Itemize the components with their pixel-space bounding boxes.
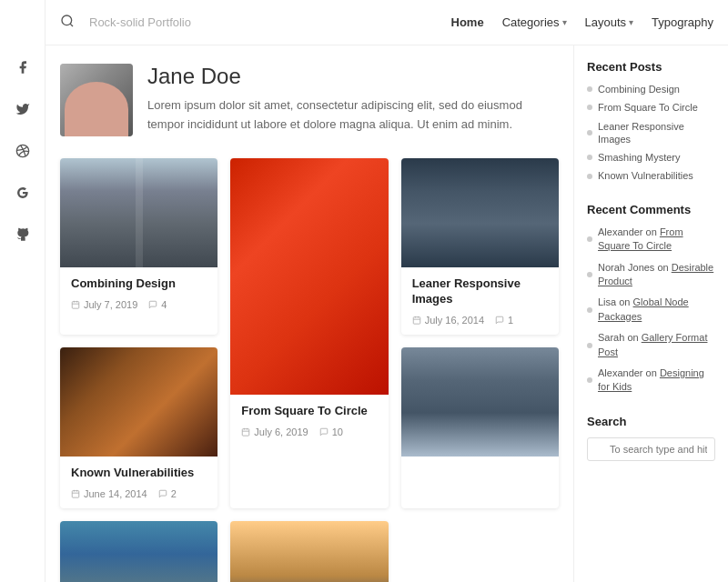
comment-icon — [319, 427, 329, 436]
post-card-mountain[interactable] — [401, 347, 559, 508]
calendar-icon — [241, 427, 250, 436]
post-meta: July 6, 2019 10 — [241, 426, 377, 437]
post-card-person[interactable] — [230, 521, 388, 582]
svg-rect-2 — [72, 302, 79, 309]
sidebar-item[interactable]: Leaner Responsive Images — [587, 120, 715, 146]
comment-item: Alexander on From Square To Circle — [587, 226, 715, 254]
center-content: Jane Doe Lorem ipsum dolor sit amet, con… — [46, 45, 573, 582]
post-date: July 16, 2014 — [412, 315, 484, 326]
post-card-smashing-mystery[interactable]: Smashing Mystery June 23, 2014 0 — [60, 521, 217, 582]
recent-comments-title: Recent Comments — [587, 203, 715, 216]
post-image — [230, 521, 388, 582]
bullet-icon — [587, 130, 592, 135]
recent-posts-title: Recent Posts — [587, 60, 715, 74]
profile-section: Jane Doe Lorem ipsum dolor sit amet, con… — [60, 64, 559, 136]
right-sidebar: Recent Posts Combining Design From Squar… — [573, 45, 728, 582]
comment-icon — [158, 489, 167, 498]
calendar-icon — [412, 316, 421, 325]
nav-home[interactable]: Home — [451, 15, 484, 29]
post-image — [401, 158, 559, 267]
bullet-icon — [587, 105, 592, 110]
post-meta: June 14, 2014 2 — [71, 488, 207, 499]
post-card-known-vulnerabilities[interactable]: Known Vulnerabilities June 14, 2014 2 — [60, 347, 217, 508]
post-image — [60, 347, 217, 457]
post-image — [401, 347, 559, 457]
post-body — [401, 457, 559, 475]
page-wrapper: Rock-solid Portfolio Home Categories ▾ L… — [0, 0, 728, 582]
comment-item: Alexander on Designing for Kids — [587, 366, 715, 395]
post-meta: July 7, 2019 4 — [71, 299, 207, 310]
calendar-icon — [71, 489, 80, 498]
post-title: Combining Design — [71, 276, 207, 292]
post-meta: July 16, 2014 1 — [412, 315, 548, 326]
comment-icon — [495, 316, 504, 325]
nav-categories[interactable]: Categories ▾ — [502, 15, 567, 29]
recent-posts-section: Recent Posts Combining Design From Squar… — [587, 60, 715, 183]
search-title: Search — [587, 415, 715, 428]
profile-name: Jane Doe — [147, 64, 559, 89]
svg-rect-10 — [413, 316, 420, 324]
search-section: Search — [587, 415, 715, 461]
post-image — [60, 521, 217, 582]
comment-icon — [148, 300, 157, 309]
svg-rect-6 — [243, 429, 250, 436]
search-icon[interactable] — [60, 14, 75, 32]
post-title: Known Vulnerabilities — [71, 466, 207, 481]
post-date: July 6, 2019 — [241, 426, 308, 437]
sidebar-item[interactable]: Known Vulnerabilities — [587, 169, 715, 182]
post-image — [230, 158, 388, 395]
post-body: Leaner Responsive Images July 16, 2014 1 — [401, 267, 559, 335]
top-nav: Rock-solid Portfolio Home Categories ▾ L… — [46, 0, 728, 45]
comment-item: Lisa on Global Node Packages — [587, 296, 715, 324]
comment-link[interactable]: Alexander on Designing for Kids — [587, 366, 715, 395]
post-date: July 7, 2019 — [71, 299, 137, 310]
nav-typography[interactable]: Typography — [652, 15, 713, 29]
post-card-square-circle[interactable]: From Square To Circle July 6, 2019 10 — [230, 158, 388, 508]
dribbble-icon[interactable] — [10, 138, 35, 164]
nav-layouts[interactable]: Layouts ▾ — [585, 15, 634, 29]
bullet-icon — [587, 236, 592, 242]
post-comments: 1 — [495, 315, 513, 326]
post-date: June 14, 2014 — [71, 488, 147, 499]
post-card-combining-design[interactable]: Combining Design July 7, 2019 4 — [60, 158, 217, 335]
profile-info: Jane Doe Lorem ipsum dolor sit amet, con… — [147, 64, 559, 135]
post-title: From Square To Circle — [241, 404, 377, 419]
github-icon[interactable] — [10, 222, 35, 247]
left-sidebar — [0, 0, 46, 582]
comment-link[interactable]: Lisa on Global Node Packages — [587, 296, 715, 324]
post-body: Combining Design July 7, 2019 4 — [60, 267, 217, 319]
post-card-leaner-responsive[interactable]: Leaner Responsive Images July 16, 2014 1 — [401, 158, 559, 335]
chevron-down-icon: ▾ — [562, 17, 567, 27]
bullet-icon — [587, 174, 592, 179]
post-comments: 10 — [319, 426, 343, 437]
avatar-image — [60, 64, 133, 136]
comment-item: Norah Jones on Desirable Product — [587, 261, 715, 289]
content-body: Jane Doe Lorem ipsum dolor sit amet, con… — [46, 45, 728, 582]
sidebar-item[interactable]: From Square To Circle — [587, 101, 715, 114]
site-title: Rock-solid Portfolio — [89, 15, 437, 29]
bullet-icon — [587, 377, 592, 383]
post-comments: 2 — [158, 488, 177, 499]
calendar-icon — [71, 300, 80, 309]
recent-comments-section: Recent Comments Alexander on From Square… — [587, 203, 715, 395]
post-comments: 4 — [148, 299, 167, 310]
post-body: Known Vulnerabilities June 14, 2014 2 — [60, 457, 217, 508]
chevron-down-icon: ▾ — [629, 17, 633, 27]
post-title: Leaner Responsive Images — [412, 276, 548, 307]
facebook-icon[interactable] — [10, 55, 35, 80]
svg-point-1 — [62, 15, 72, 25]
comment-link[interactable]: Sarah on Gallery Format Post — [587, 331, 715, 359]
google-icon[interactable] — [10, 180, 35, 206]
comment-item: Sarah on Gallery Format Post — [587, 331, 715, 359]
bullet-icon — [587, 272, 592, 277]
avatar — [60, 64, 133, 136]
search-input[interactable] — [587, 437, 715, 461]
sidebar-item[interactable]: Smashing Mystery — [587, 151, 715, 164]
posts-grid: Combining Design July 7, 2019 4 — [60, 158, 559, 582]
sidebar-item[interactable]: Combining Design — [587, 83, 715, 95]
bullet-icon — [587, 155, 592, 160]
comment-link[interactable]: Norah Jones on Desirable Product — [587, 261, 715, 289]
twitter-icon[interactable] — [10, 96, 35, 122]
comment-link[interactable]: Alexander on From Square To Circle — [587, 226, 715, 254]
post-image — [60, 158, 217, 267]
